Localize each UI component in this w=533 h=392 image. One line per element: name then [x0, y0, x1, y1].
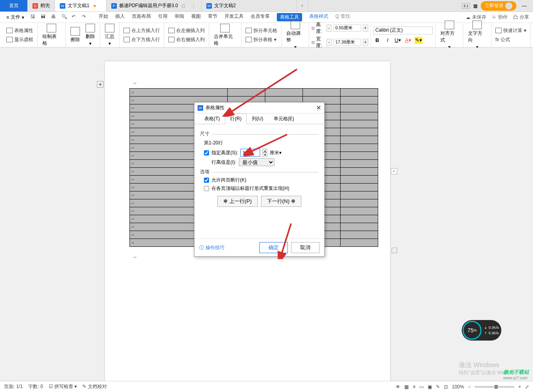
tab-cell[interactable]: 单元格(E) — [268, 114, 299, 124]
fast-calc-button[interactable]: 快速计算▾ — [494, 27, 528, 35]
delete-button[interactable]: 删除▾ — [83, 22, 97, 48]
tips-link[interactable]: ⓘ 操作技巧 — [199, 244, 225, 251]
zoom-slider[interactable] — [475, 386, 514, 388]
prev-row-button[interactable]: ✻ 上一行(P) — [217, 196, 257, 207]
width-input[interactable] — [333, 39, 361, 46]
spin-down[interactable]: ▼ — [263, 153, 267, 157]
undo-icon[interactable]: ↶ — [72, 14, 79, 21]
height-value-input[interactable] — [240, 149, 260, 157]
expand-icon[interactable]: ⤢ — [525, 384, 529, 390]
add-column-button[interactable]: + — [391, 168, 397, 174]
table-resize-handle[interactable] — [392, 248, 397, 253]
view-mode-3-icon[interactable]: ▭ — [419, 384, 424, 390]
erase-button[interactable]: 擦除 — [68, 25, 82, 45]
page-indicator[interactable]: 页面: 1/1 — [4, 383, 23, 390]
align-button[interactable]: 对齐方式▾ — [438, 19, 461, 51]
width-inc[interactable]: + — [363, 39, 368, 46]
unit-select[interactable]: 厘米▾ — [270, 150, 282, 156]
table-cell[interactable] — [341, 112, 378, 120]
repeat-header-checkbox[interactable] — [204, 186, 209, 191]
close-icon[interactable]: ✕ — [316, 104, 321, 112]
print-icon[interactable]: 🖶 — [51, 14, 58, 21]
menu-dev[interactable]: 开发工具 — [225, 13, 244, 21]
split-table-button[interactable]: 拆分表格▾ — [244, 36, 279, 44]
tab-home[interactable]: 首页 — [0, 0, 28, 11]
save-icon[interactable]: 🖫 — [30, 14, 38, 21]
draw-table-button[interactable]: 绘制表格 — [40, 22, 63, 48]
table-attr-button[interactable]: 表格属性 — [5, 27, 35, 35]
spin-up[interactable]: ▲ — [263, 149, 267, 153]
split-cell-button[interactable]: 拆分单元格 — [244, 27, 279, 35]
menu-view[interactable]: 视图 — [191, 13, 201, 21]
word-count[interactable]: 字数: 0 — [28, 383, 43, 390]
file-menu[interactable]: ≡ 文件 ▾ — [4, 13, 27, 21]
allow-break-checkbox[interactable] — [204, 178, 209, 183]
height-inc[interactable]: + — [363, 25, 368, 32]
redo-icon[interactable]: ↷ — [82, 14, 89, 21]
table-cell[interactable] — [341, 120, 378, 128]
table-cell[interactable] — [341, 223, 378, 231]
view-mode-1-icon[interactable]: ▦ — [404, 384, 409, 390]
summary-button[interactable]: 汇总▾ — [103, 22, 117, 48]
table-cell[interactable] — [341, 89, 378, 97]
menu-chapter[interactable]: 章节 — [208, 13, 217, 21]
table-cell[interactable] — [341, 199, 378, 207]
zoom-in-button[interactable]: + — [518, 384, 521, 390]
share-button[interactable]: 凸 分享 — [513, 14, 529, 21]
table-cell[interactable] — [341, 144, 378, 152]
tab-add[interactable]: + — [297, 0, 308, 11]
table-cell[interactable] — [303, 89, 341, 97]
grid-icon[interactable]: ▦ — [473, 3, 478, 9]
insert-above-button[interactable]: 在上方插入行 — [122, 27, 162, 35]
speed-widget[interactable]: 75% ▲0.3K/s ▼5.3K/s — [462, 320, 501, 341]
menu-ref[interactable]: 引用 — [158, 13, 168, 21]
underline-button[interactable]: U▾ — [394, 37, 402, 44]
login-button[interactable]: 立即登录 — [481, 1, 516, 11]
fit-icon[interactable]: ⊡ — [444, 384, 448, 390]
font-select[interactable] — [373, 27, 433, 34]
tab-table[interactable]: 表格(T) — [199, 114, 225, 124]
table-cell[interactable] — [341, 168, 378, 176]
height-dec[interactable]: - — [326, 25, 332, 32]
minimize-icon[interactable]: — — [520, 3, 529, 9]
table-cell[interactable] — [341, 215, 378, 223]
table-cell[interactable] — [341, 104, 378, 112]
table-cell[interactable] — [341, 207, 378, 215]
tab-pdf[interactable]: P 极速PDF编辑器用户手册3.0 ⊡ ⋮ — [107, 0, 202, 11]
menu-layout[interactable]: 页面布局 — [132, 13, 151, 21]
menu-table-style[interactable]: 表格样式 — [309, 13, 328, 21]
tab-doc2[interactable]: W 文字文稿2 — [202, 0, 297, 11]
preview-icon[interactable]: 🔍 — [61, 14, 69, 21]
tab-docker[interactable]: D 稻壳 — [28, 0, 55, 11]
table-cell[interactable] — [341, 152, 378, 160]
close-icon[interactable]: ⋮ — [191, 3, 196, 9]
table-move-handle[interactable]: ✥ — [97, 81, 103, 87]
menu-start[interactable]: 开始 — [99, 13, 108, 21]
spec-height-checkbox[interactable] — [204, 150, 209, 155]
height-input[interactable] — [333, 25, 361, 32]
table-cell[interactable] — [228, 89, 265, 97]
width-dec[interactable]: - — [326, 39, 332, 46]
insert-right-button[interactable]: 在右侧插入列 — [167, 36, 206, 44]
menu-review[interactable]: 审阅 — [175, 13, 184, 21]
table-cell[interactable] — [341, 191, 378, 199]
coop-button[interactable]: ಎ 协作 — [492, 14, 508, 21]
table-cell[interactable] — [341, 128, 378, 136]
window-layout-icon[interactable]: 3 1 — [462, 3, 470, 9]
tab-col[interactable]: 列(U) — [247, 114, 268, 124]
zoom-out-button[interactable]: − — [468, 384, 471, 390]
pen-icon[interactable]: ✎ — [436, 384, 440, 390]
font-color-button[interactable]: A▾ — [404, 37, 412, 44]
table-cell[interactable] — [341, 136, 378, 144]
menu-insert[interactable]: 插入 — [115, 13, 125, 21]
highlight-button[interactable]: ✎▾ — [415, 37, 423, 44]
formula-button[interactable]: fx 公式 — [494, 36, 528, 44]
proof-button[interactable]: ✎ 文档校对 — [82, 383, 107, 390]
spell-check-button[interactable]: ☑ 拼写检查 ▾ — [49, 383, 77, 390]
row-height-type-select[interactable]: 最小值 — [239, 158, 274, 166]
view-mode-2-icon[interactable]: ≡ — [413, 384, 415, 390]
ok-button[interactable]: 确定 — [259, 242, 288, 253]
table-cell[interactable] — [341, 184, 378, 191]
table-cell[interactable] — [341, 231, 378, 239]
show-frame-button[interactable]: 显示虚框 — [5, 36, 35, 44]
